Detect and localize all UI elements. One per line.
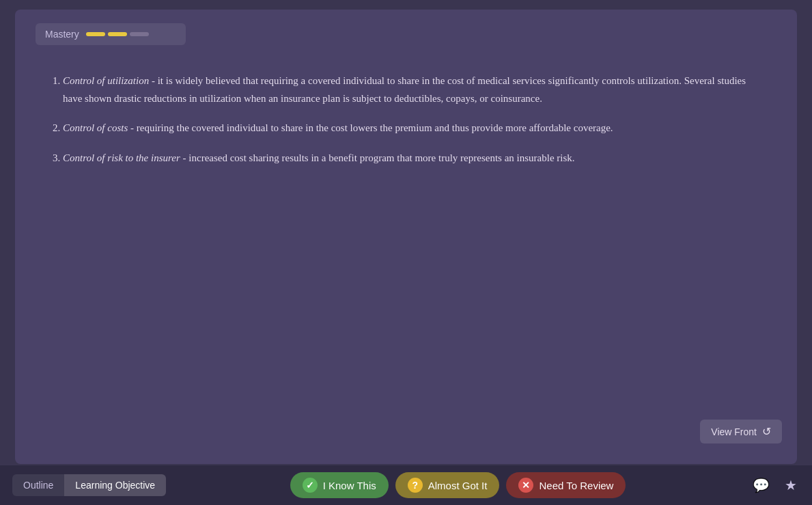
chat-button[interactable]: 💬 [750,474,772,496]
term-0: Control of utilization [63,75,149,86]
term-2: Control of risk to the insurer [63,152,180,163]
bottom-right-icons: 💬 ★ [750,474,800,496]
description-0: - it is widely believed that requiring a… [63,75,746,104]
bottom-bar: Outline Learning Objective ✓ I Know This… [0,465,812,505]
x-icon: ✕ [518,478,533,493]
view-front-icon: ↺ [762,425,771,438]
card-content: Control of utilization - it is widely be… [36,66,776,450]
question-icon: ? [408,478,423,493]
almost-got-it-label: Almost Got It [428,480,488,491]
mastery-segment-1 [86,32,105,36]
view-front-label: View Front [711,426,757,437]
need-to-review-button[interactable]: ✕ Need To Review [506,472,626,498]
check-icon: ✓ [303,478,318,493]
term-1: Control of costs [63,122,128,133]
mastery-segment-3 [130,32,149,36]
view-front-button[interactable]: View Front ↺ [700,420,782,443]
list-item: Control of costs - requiring the covered… [63,120,763,137]
content-list: Control of utilization - it is widely be… [49,72,763,167]
star-button[interactable]: ★ [782,474,800,496]
mastery-segments [86,32,149,36]
tab-outline[interactable]: Outline [12,474,64,496]
list-item: Control of utilization - it is widely be… [63,72,763,107]
card-container: Mastery Control of utilization - it is w… [15,10,797,464]
need-to-review-label: Need To Review [539,480,613,491]
i-know-this-label: I Know This [323,480,376,491]
list-item: Control of risk to the insurer - increas… [63,150,763,167]
mastery-segment-2 [108,32,127,36]
almost-got-it-button[interactable]: ? Almost Got It [395,472,500,498]
mastery-label: Mastery [45,29,79,40]
description-1: - requiring the covered individual to sh… [128,122,613,133]
answer-buttons: ✓ I Know This ? Almost Got It ✕ Need To … [290,472,626,498]
tab-learning-objective[interactable]: Learning Objective [64,474,166,496]
description-2: - increased cost sharing results in a be… [180,152,575,163]
chat-icon: 💬 [753,478,770,493]
star-icon: ★ [785,478,797,493]
i-know-this-button[interactable]: ✓ I Know This [290,472,389,498]
bottom-tabs: Outline Learning Objective [12,474,166,496]
mastery-bar: Mastery [36,23,186,45]
